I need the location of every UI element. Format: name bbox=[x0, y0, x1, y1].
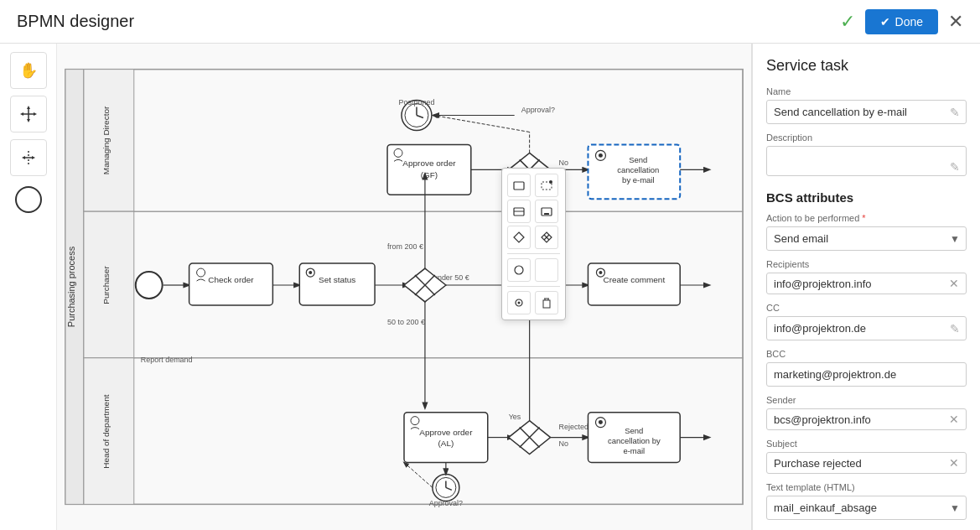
recipients-field: info@projektron.info ✕ bbox=[766, 273, 967, 294]
sender-clear[interactable]: ✕ bbox=[949, 413, 959, 426]
circle-tool[interactable] bbox=[15, 186, 42, 213]
header: BPMN designer ✓ ✔ Done ✕ bbox=[0, 0, 980, 44]
svg-line-90 bbox=[404, 462, 433, 487]
action-required-star: * bbox=[862, 213, 865, 223]
description-label: Description bbox=[766, 132, 967, 143]
svg-text:(GF): (GF) bbox=[421, 170, 438, 179]
svg-point-46 bbox=[599, 153, 603, 158]
svg-marker-4 bbox=[20, 112, 23, 116]
text-template-label: Text template (HTML) bbox=[766, 482, 967, 492]
svg-text:e-mail: e-mail bbox=[623, 446, 645, 455]
desc-edit-icon: ✎ bbox=[950, 160, 960, 174]
subject-value: Purchase rejected bbox=[774, 457, 862, 470]
sender-field: bcs@projektron.info ✕ bbox=[766, 408, 967, 430]
resize-tool[interactable] bbox=[10, 139, 47, 176]
description-input[interactable] bbox=[766, 146, 967, 176]
svg-rect-122 bbox=[543, 300, 550, 308]
svg-marker-115 bbox=[514, 232, 524, 242]
right-panel: Service task Name ✎ Description ✎ BCS at… bbox=[752, 44, 980, 530]
svg-point-58 bbox=[309, 271, 312, 274]
subject-field: Purchase rejected ✕ bbox=[766, 452, 967, 474]
cc-input[interactable] bbox=[766, 316, 967, 340]
svg-text:Send: Send bbox=[625, 426, 643, 435]
svg-text:Check order: Check order bbox=[208, 275, 254, 284]
close-icon[interactable]: ✕ bbox=[948, 11, 963, 33]
svg-text:No: No bbox=[559, 439, 568, 448]
diagram-container[interactable]: Purchasing process Managing Director Pur… bbox=[57, 44, 751, 530]
svg-text:Report demand: Report demand bbox=[141, 356, 193, 364]
done-button[interactable]: ✔ Done bbox=[865, 9, 938, 34]
ft-rect-icon[interactable] bbox=[507, 174, 531, 197]
svg-line-43 bbox=[433, 115, 530, 132]
svg-marker-7 bbox=[22, 156, 25, 159]
ft-settings-icon[interactable] bbox=[507, 291, 531, 314]
svg-point-121 bbox=[518, 302, 521, 304]
svg-marker-2 bbox=[27, 106, 30, 109]
svg-text:Approve order: Approve order bbox=[419, 428, 473, 437]
svg-rect-108 bbox=[514, 182, 524, 190]
svg-text:Send: Send bbox=[629, 155, 647, 164]
ft-dotted-rect-icon[interactable] bbox=[535, 174, 558, 197]
svg-text:cancellation by: cancellation by bbox=[608, 436, 661, 445]
sender-label: Sender bbox=[766, 395, 967, 405]
sender-value: bcs@projektron.info bbox=[774, 413, 871, 426]
panel-title: Service task bbox=[766, 57, 967, 75]
bcs-title: BCS attributes bbox=[766, 190, 967, 205]
svg-text:by e-mail: by e-mail bbox=[622, 175, 654, 184]
recipients-clear[interactable]: ✕ bbox=[949, 277, 959, 290]
svg-text:Set status: Set status bbox=[319, 275, 355, 284]
action-select-wrap: Send email ▼ bbox=[766, 226, 967, 251]
svg-marker-8 bbox=[32, 156, 35, 159]
bpmn-diagram: Purchasing process Managing Director Pur… bbox=[57, 44, 751, 530]
ft-collapsed-icon[interactable] bbox=[535, 200, 558, 223]
subject-clear[interactable]: ✕ bbox=[949, 456, 959, 470]
svg-point-76 bbox=[599, 271, 602, 274]
app-title: BPMN designer bbox=[17, 12, 134, 31]
name-label: Name bbox=[766, 86, 967, 96]
bcc-input[interactable] bbox=[766, 362, 967, 387]
svg-text:Postponed: Postponed bbox=[399, 98, 435, 107]
ft-gateway-icon[interactable] bbox=[507, 226, 531, 249]
subject-label: Subject bbox=[766, 439, 967, 449]
recipients-value: info@projektron.info bbox=[774, 278, 872, 290]
bcc-label: BCC bbox=[766, 349, 967, 359]
svg-text:Create comment: Create comment bbox=[603, 275, 665, 284]
main-layout: ✋ bbox=[0, 44, 980, 530]
svg-text:from 200 €: from 200 € bbox=[387, 242, 423, 251]
svg-rect-114 bbox=[544, 213, 549, 215]
svg-text:Yes: Yes bbox=[509, 413, 521, 421]
action-select[interactable]: Send email bbox=[766, 226, 967, 251]
ft-circle-icon[interactable] bbox=[507, 258, 531, 282]
svg-text:No: No bbox=[559, 158, 568, 167]
recipients-label: Recipients bbox=[766, 259, 967, 269]
svg-text:(AL): (AL) bbox=[438, 439, 454, 448]
svg-text:Approve order: Approve order bbox=[402, 158, 456, 168]
svg-text:Approval?: Approval? bbox=[429, 499, 463, 507]
text-template-select[interactable]: mail_einkauf_absage bbox=[766, 496, 967, 520]
text-template-select-wrap: mail_einkauf_absage ▼ bbox=[766, 496, 967, 520]
ft-task-icon[interactable] bbox=[507, 200, 531, 223]
svg-marker-3 bbox=[27, 119, 30, 122]
resize-icon bbox=[20, 149, 37, 166]
cc-edit-icon: ✎ bbox=[950, 322, 960, 335]
ft-delete-icon[interactable] bbox=[535, 291, 558, 314]
canvas-area[interactable]: ✋ bbox=[0, 44, 752, 530]
ft-empty-icon[interactable] bbox=[535, 258, 558, 282]
check-icon[interactable]: ✓ bbox=[840, 11, 855, 33]
float-toolbar bbox=[501, 168, 566, 320]
svg-text:Purchasing process: Purchasing process bbox=[66, 246, 76, 327]
cc-label: CC bbox=[766, 303, 967, 313]
hand-tool[interactable]: ✋ bbox=[10, 52, 47, 89]
svg-text:Head of department: Head of department bbox=[101, 394, 111, 468]
svg-text:cancellation: cancellation bbox=[617, 165, 659, 174]
svg-marker-5 bbox=[34, 112, 37, 116]
svg-text:Rejected: Rejected bbox=[559, 423, 589, 431]
move-tool[interactable] bbox=[10, 96, 47, 132]
svg-text:Approval?: Approval? bbox=[521, 107, 555, 115]
done-check-icon: ✔ bbox=[880, 15, 890, 29]
name-input[interactable] bbox=[766, 100, 967, 124]
ft-gateway2-icon[interactable] bbox=[535, 226, 558, 249]
header-actions: ✓ ✔ Done ✕ bbox=[840, 9, 963, 34]
name-edit-icon: ✎ bbox=[950, 106, 960, 119]
svg-text:50 to 200 €: 50 to 200 € bbox=[387, 318, 425, 326]
